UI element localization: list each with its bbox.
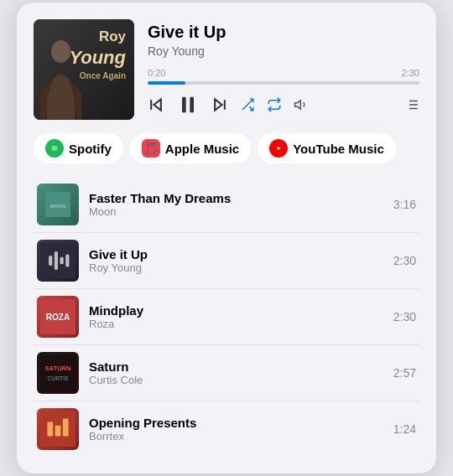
svg-marker-1 bbox=[154, 99, 161, 110]
svg-rect-24 bbox=[60, 257, 64, 264]
svg-text:MOON: MOON bbox=[50, 204, 66, 209]
current-time: 0:20 bbox=[148, 68, 165, 78]
playlist-thumb-2 bbox=[37, 240, 79, 282]
svg-rect-22 bbox=[49, 256, 52, 266]
tab-spotify[interactable]: Spotify bbox=[34, 133, 123, 163]
svg-rect-3 bbox=[182, 97, 186, 113]
forward-button[interactable] bbox=[211, 96, 228, 113]
playlist-duration-3: 2:30 bbox=[393, 310, 416, 323]
playlist-duration-1: 3:16 bbox=[393, 198, 416, 211]
playlist-item-5[interactable]: Opening Presents Borrtex 1:24 bbox=[34, 401, 419, 457]
service-tabs: Spotify 🎵 Apple Music YouTube Music bbox=[34, 133, 419, 163]
svg-rect-23 bbox=[55, 251, 58, 270]
album-art: Roy Young Once Again bbox=[34, 19, 134, 120]
svg-rect-32 bbox=[47, 422, 53, 437]
playlist-meta-3: Mindplay Roza bbox=[89, 303, 383, 330]
progress-container: 0:20 2:30 bbox=[148, 68, 419, 85]
playlist: MOON Faster Than My Dreams Moon 3:16 bbox=[34, 177, 419, 457]
playlist-title-5: Opening Presents bbox=[89, 416, 383, 430]
now-playing-section: Roy Young Once Again Give it Up Roy Youn… bbox=[34, 19, 419, 120]
playlist-artist-2: Roy Young bbox=[89, 261, 383, 274]
spotify-icon bbox=[45, 139, 64, 158]
svg-text:SATURN: SATURN bbox=[45, 365, 71, 372]
svg-point-0 bbox=[51, 40, 70, 63]
tab-apple-music[interactable]: 🎵 Apple Music bbox=[130, 133, 251, 163]
playlist-thumb-1: MOON bbox=[37, 184, 79, 225]
playlist-thumb-5 bbox=[37, 408, 79, 450]
progress-bar-fill bbox=[148, 81, 185, 85]
apple-music-tab-label: Apple Music bbox=[165, 142, 239, 156]
playlist-item-1[interactable]: MOON Faster Than My Dreams Moon 3:16 bbox=[34, 177, 419, 233]
apple-music-icon: 🎵 bbox=[142, 139, 160, 158]
shuffle-button[interactable] bbox=[240, 97, 255, 112]
playlist-duration-2: 2:30 bbox=[393, 254, 416, 267]
playlist-title-1: Faster Than My Dreams bbox=[89, 191, 383, 205]
playlist-item-3[interactable]: ROZA Mindplay Roza 2:30 bbox=[34, 289, 419, 345]
rewind-button[interactable] bbox=[148, 96, 164, 113]
tab-youtube-music[interactable]: YouTube Music bbox=[258, 133, 396, 163]
repeat-button[interactable] bbox=[267, 97, 282, 112]
album-title-line2: Young bbox=[69, 46, 126, 70]
queue-button[interactable] bbox=[404, 97, 419, 112]
playlist-artist-1: Moon bbox=[89, 205, 383, 218]
playlist-thumb-3: ROZA bbox=[37, 296, 79, 338]
svg-rect-33 bbox=[55, 426, 61, 437]
playlist-meta-1: Faster Than My Dreams Moon bbox=[89, 191, 383, 218]
album-title-line3: Once Again bbox=[69, 70, 126, 81]
progress-bar-background[interactable] bbox=[148, 81, 419, 85]
playback-controls bbox=[148, 93, 419, 116]
album-text: Roy Young Once Again bbox=[69, 28, 126, 81]
svg-text:CURTIS: CURTIS bbox=[47, 375, 69, 381]
svg-rect-34 bbox=[63, 418, 69, 436]
svg-rect-4 bbox=[190, 97, 194, 113]
music-player-widget: Roy Young Once Again Give it Up Roy Youn… bbox=[17, 3, 436, 473]
track-info: Give it Up Roy Young 0:20 2:30 bbox=[148, 19, 419, 120]
playlist-meta-4: Saturn Curtis Cole bbox=[89, 360, 383, 386]
svg-marker-9 bbox=[295, 101, 301, 110]
playlist-title-2: Give it Up bbox=[89, 247, 383, 261]
svg-rect-25 bbox=[65, 254, 69, 266]
track-artist: Roy Young bbox=[148, 44, 419, 58]
svg-marker-5 bbox=[215, 99, 221, 110]
album-title-line1: Roy bbox=[69, 28, 126, 46]
playlist-meta-2: Give it Up Roy Young bbox=[89, 247, 383, 274]
playlist-meta-5: Opening Presents Borrtex bbox=[89, 416, 383, 442]
progress-times: 0:20 2:30 bbox=[148, 68, 419, 78]
youtube-music-tab-label: YouTube Music bbox=[293, 142, 384, 156]
playlist-artist-3: Roza bbox=[89, 318, 383, 330]
svg-text:ROZA: ROZA bbox=[46, 313, 70, 322]
playlist-artist-5: Borrtex bbox=[89, 430, 383, 442]
spotify-tab-label: Spotify bbox=[69, 142, 112, 156]
playlist-duration-4: 2:57 bbox=[393, 366, 416, 380]
track-title: Give it Up bbox=[148, 23, 419, 42]
playlist-duration-5: 1:24 bbox=[393, 422, 416, 436]
playlist-item-2[interactable]: Give it Up Roy Young 2:30 bbox=[34, 233, 419, 289]
playlist-item-4[interactable]: SATURN CURTIS Saturn Curtis Cole 2:57 bbox=[34, 345, 419, 401]
playlist-thumb-4: SATURN CURTIS bbox=[37, 352, 79, 394]
playlist-title-4: Saturn bbox=[89, 360, 383, 374]
playlist-title-3: Mindplay bbox=[89, 303, 383, 318]
svg-rect-28 bbox=[40, 355, 76, 391]
youtube-music-icon bbox=[269, 139, 288, 158]
total-time: 2:30 bbox=[402, 68, 419, 78]
volume-button[interactable] bbox=[294, 97, 309, 112]
playlist-artist-4: Curtis Cole bbox=[89, 374, 383, 386]
play-pause-button[interactable] bbox=[176, 93, 200, 116]
